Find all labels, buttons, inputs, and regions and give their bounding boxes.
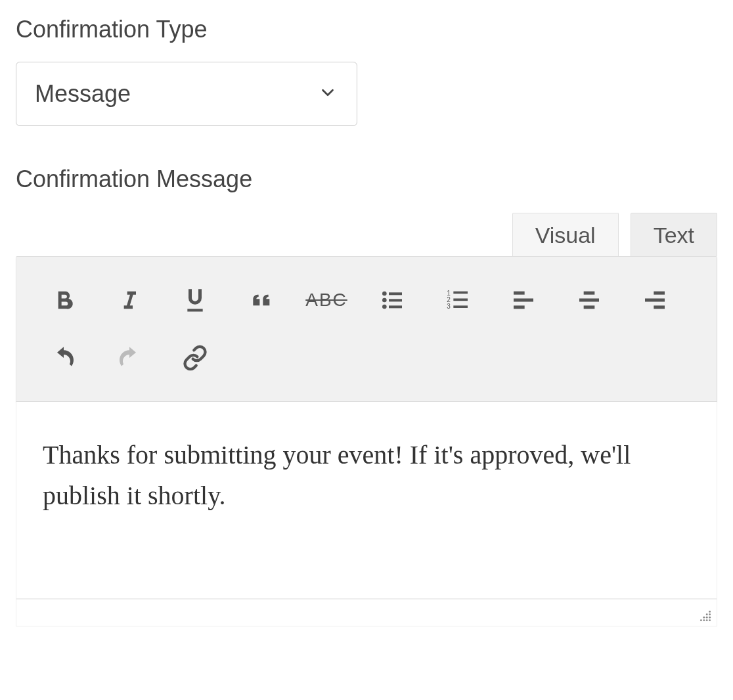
quote-icon bbox=[246, 287, 275, 313]
align-right-button[interactable] bbox=[622, 271, 688, 329]
bulleted-list-icon bbox=[378, 287, 407, 313]
svg-point-30 bbox=[706, 619, 708, 621]
blockquote-button[interactable] bbox=[228, 271, 294, 329]
bold-button[interactable] bbox=[31, 271, 97, 329]
svg-text:3: 3 bbox=[447, 303, 451, 310]
svg-rect-16 bbox=[584, 292, 595, 295]
undo-button[interactable] bbox=[31, 329, 97, 387]
svg-point-22 bbox=[709, 611, 711, 613]
svg-rect-0 bbox=[187, 309, 202, 311]
confirmation-type-label: Confirmation Type bbox=[16, 16, 717, 43]
svg-rect-11 bbox=[453, 299, 468, 301]
svg-point-26 bbox=[706, 617, 708, 619]
svg-rect-13 bbox=[514, 292, 525, 295]
svg-point-3 bbox=[382, 305, 387, 309]
svg-rect-20 bbox=[645, 299, 665, 302]
align-center-button[interactable] bbox=[556, 271, 622, 329]
link-icon bbox=[181, 345, 210, 371]
rich-text-editor: Visual Text ABC bbox=[16, 213, 717, 626]
svg-rect-15 bbox=[514, 305, 525, 309]
italic-button[interactable] bbox=[97, 271, 162, 329]
link-button[interactable] bbox=[162, 329, 228, 387]
redo-button[interactable] bbox=[97, 329, 162, 387]
numbered-list-icon: 123 bbox=[443, 287, 472, 313]
svg-rect-5 bbox=[389, 299, 402, 301]
confirmation-message-label: Confirmation Message bbox=[16, 165, 717, 193]
svg-point-2 bbox=[382, 298, 387, 303]
confirmation-type-select-button[interactable]: Message bbox=[16, 62, 357, 126]
bulleted-list-button[interactable] bbox=[359, 271, 425, 329]
svg-point-28 bbox=[700, 619, 702, 621]
strikethrough-icon: ABC bbox=[305, 290, 347, 311]
svg-rect-17 bbox=[579, 299, 599, 302]
svg-rect-4 bbox=[389, 292, 402, 295]
numbered-list-button[interactable]: 123 bbox=[425, 271, 491, 329]
svg-point-24 bbox=[709, 613, 711, 615]
align-right-icon bbox=[641, 287, 669, 313]
confirmation-type-select[interactable]: Message bbox=[16, 62, 357, 126]
svg-rect-18 bbox=[584, 305, 595, 309]
align-left-button[interactable] bbox=[491, 271, 556, 329]
svg-rect-21 bbox=[654, 305, 665, 309]
svg-point-25 bbox=[703, 617, 705, 619]
svg-rect-12 bbox=[453, 305, 468, 308]
bold-icon bbox=[51, 287, 77, 313]
svg-rect-6 bbox=[389, 305, 402, 308]
svg-point-1 bbox=[382, 292, 387, 296]
align-left-icon bbox=[510, 287, 537, 313]
align-center-icon bbox=[575, 287, 603, 313]
undo-icon bbox=[49, 345, 78, 371]
tab-visual[interactable]: Visual bbox=[512, 213, 619, 256]
underline-button[interactable] bbox=[162, 271, 228, 329]
tab-text[interactable]: Text bbox=[631, 213, 717, 256]
svg-point-31 bbox=[709, 619, 711, 621]
svg-rect-19 bbox=[654, 292, 665, 295]
editor-text: Thanks for submitting your event! If it'… bbox=[43, 435, 690, 516]
resize-handle[interactable] bbox=[698, 609, 713, 623]
svg-point-29 bbox=[703, 619, 705, 621]
strikethrough-button[interactable]: ABC bbox=[294, 271, 359, 329]
italic-icon bbox=[116, 287, 143, 313]
svg-rect-14 bbox=[514, 299, 533, 302]
redo-icon bbox=[115, 345, 144, 371]
confirmation-type-value: Message bbox=[35, 80, 131, 108]
editor-toolbar: ABC 123 bbox=[16, 256, 717, 402]
editor-tabs: Visual Text bbox=[16, 213, 717, 256]
svg-rect-10 bbox=[453, 292, 468, 294]
svg-point-23 bbox=[706, 613, 708, 615]
editor-content-area[interactable]: Thanks for submitting your event! If it'… bbox=[16, 402, 717, 599]
svg-point-27 bbox=[709, 617, 711, 619]
editor-status-bar bbox=[16, 599, 717, 626]
underline-icon bbox=[182, 286, 208, 315]
